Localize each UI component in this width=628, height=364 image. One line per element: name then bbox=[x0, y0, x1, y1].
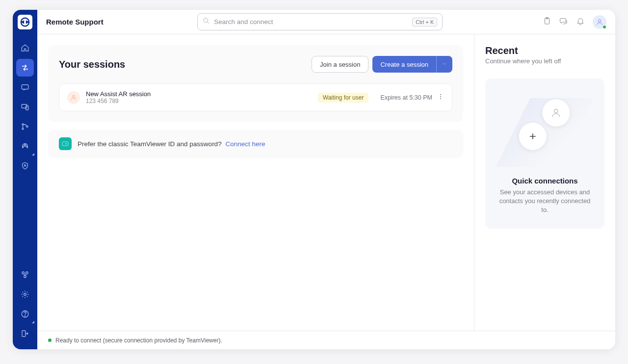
svg-point-8 bbox=[25, 165, 26, 166]
app-window: Remote Support Ctrl + K bbox=[13, 10, 615, 349]
user-avatar[interactable] bbox=[593, 15, 606, 29]
create-session-group: Create a session bbox=[372, 56, 452, 73]
clipboard-icon[interactable] bbox=[543, 17, 551, 27]
status-online-dot bbox=[602, 25, 606, 29]
app-logo[interactable] bbox=[18, 15, 32, 29]
quick-connections-title: Quick connections bbox=[496, 177, 594, 185]
classic-connect-icon bbox=[59, 137, 72, 150]
sessions-card: Your sessions Join a session Create a se… bbox=[48, 45, 463, 122]
create-session-button[interactable]: Create a session bbox=[372, 56, 436, 73]
nav-workflow[interactable] bbox=[16, 118, 34, 135]
svg-point-5 bbox=[22, 128, 24, 130]
recent-subtitle: Continue where you left off bbox=[485, 57, 604, 65]
svg-point-20 bbox=[73, 95, 75, 98]
connect-here-link[interactable]: Connect here bbox=[225, 140, 265, 148]
user-circle-graphic bbox=[542, 99, 570, 127]
sidebar bbox=[13, 10, 37, 349]
nav-devices[interactable] bbox=[16, 98, 34, 116]
svg-point-19 bbox=[598, 19, 601, 22]
sessions-title: Your sessions bbox=[59, 59, 125, 70]
svg-point-25 bbox=[554, 109, 557, 113]
session-name: New Assist AR session bbox=[86, 90, 306, 98]
nav-settings[interactable] bbox=[16, 286, 34, 303]
notifications-icon[interactable] bbox=[576, 17, 585, 27]
statusbar: Ready to connect (secure connection prov… bbox=[37, 331, 615, 349]
content: Your sessions Join a session Create a se… bbox=[37, 34, 615, 331]
session-status-badge: Waiting for user bbox=[318, 93, 369, 103]
recent-title: Recent bbox=[485, 45, 604, 56]
classic-connect-card: Prefer the classic TeamViewer ID and pas… bbox=[48, 130, 463, 158]
search-shortcut: Ctrl + K bbox=[412, 18, 437, 26]
quick-connections-desc: See your accessed devices and contacts y… bbox=[496, 188, 594, 215]
status-text: Ready to connect (secure connection prov… bbox=[55, 337, 222, 344]
create-session-dropdown[interactable] bbox=[436, 56, 452, 73]
session-user-icon bbox=[67, 91, 80, 104]
main-area: Remote Support Ctrl + K bbox=[37, 10, 615, 349]
plus-circle-graphic bbox=[519, 123, 546, 150]
page-title: Remote Support bbox=[46, 18, 104, 26]
session-id: 123 456 789 bbox=[86, 98, 306, 104]
classic-connect-text: Prefer the classic TeamViewer ID and pas… bbox=[78, 140, 265, 148]
left-panel: Your sessions Join a session Create a se… bbox=[37, 34, 474, 331]
nav-security[interactable] bbox=[16, 157, 34, 175]
topbar: Remote Support Ctrl + K bbox=[37, 10, 615, 34]
chevron-down-icon bbox=[442, 60, 447, 69]
svg-point-14 bbox=[25, 316, 25, 316]
nav-support[interactable] bbox=[16, 137, 34, 155]
svg-point-11 bbox=[24, 276, 26, 278]
session-expires: Expires at 5:30 PM bbox=[380, 94, 432, 101]
messages-icon[interactable] bbox=[559, 17, 568, 27]
svg-point-7 bbox=[25, 144, 26, 146]
search-input[interactable] bbox=[214, 18, 412, 26]
search-icon bbox=[203, 17, 210, 26]
svg-point-21 bbox=[440, 94, 441, 95]
svg-rect-15 bbox=[22, 331, 26, 337]
nav-remote-support[interactable] bbox=[16, 59, 34, 77]
status-dot-icon bbox=[48, 338, 52, 342]
svg-point-4 bbox=[22, 124, 24, 125]
nav-exit[interactable] bbox=[16, 325, 34, 342]
svg-point-23 bbox=[440, 98, 441, 99]
nav-chat[interactable] bbox=[16, 78, 34, 96]
nav-integrations[interactable] bbox=[16, 266, 34, 284]
join-session-button[interactable]: Join a session bbox=[312, 56, 368, 73]
session-menu-button[interactable] bbox=[437, 93, 444, 102]
svg-point-16 bbox=[204, 18, 208, 23]
svg-rect-1 bbox=[22, 85, 28, 89]
quick-connections-card: Quick connections See your accessed devi… bbox=[485, 78, 604, 229]
svg-point-12 bbox=[24, 293, 26, 296]
nav-help[interactable] bbox=[16, 305, 34, 323]
nav-home[interactable] bbox=[16, 39, 34, 57]
svg-point-22 bbox=[440, 96, 441, 97]
right-panel: Recent Continue where you left off Quick… bbox=[474, 34, 615, 331]
session-row[interactable]: New Assist AR session 123 456 789 Waitin… bbox=[59, 83, 452, 111]
search-box[interactable]: Ctrl + K bbox=[197, 13, 443, 30]
